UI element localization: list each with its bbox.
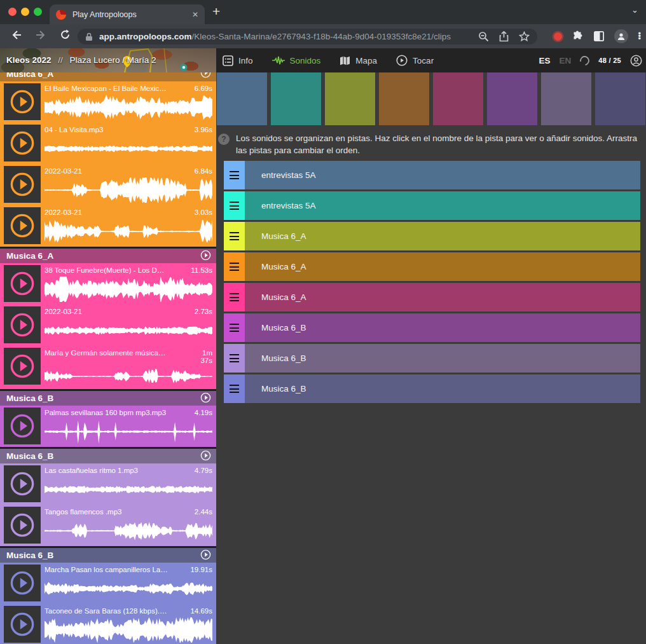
new-tab-button[interactable]: +: [212, 4, 220, 19]
track-row[interactable]: Musica 6_A: [224, 252, 640, 281]
tab-mapa[interactable]: Mapa: [340, 56, 377, 65]
track-label[interactable]: Musica 6_A: [261, 292, 306, 302]
track-label[interactable]: entrevistas 5A: [261, 170, 316, 180]
profile-avatar[interactable]: [614, 29, 628, 43]
side-panel-icon[interactable]: [593, 31, 605, 42]
track-row[interactable]: entrevistas 5A: [224, 191, 640, 220]
track-label[interactable]: Musica 6_B: [261, 384, 306, 394]
clip-play-button[interactable]: [4, 606, 41, 643]
track-section-header[interactable]: Musica 6_A: [0, 249, 216, 263]
tab-sonidos[interactable]: Sonidos: [272, 56, 321, 65]
clip-play-button[interactable]: [4, 306, 41, 343]
clip-play-button[interactable]: [4, 565, 41, 601]
play-icon: [200, 72, 211, 78]
reload-icon[interactable]: [57, 29, 72, 43]
load-counter: 48 / 25: [598, 57, 621, 64]
clip-play-button[interactable]: [4, 465, 41, 502]
share-icon[interactable]: [499, 31, 509, 42]
track-row[interactable]: Musica 6_B: [224, 344, 640, 373]
browser-toolbar: app.antropoloops.com/Kleos-Santa-Marina/…: [0, 24, 646, 48]
track-label[interactable]: Musica 6_B: [261, 353, 306, 363]
clip-play-button[interactable]: [4, 166, 41, 203]
audio-clip[interactable]: El Baile Mexicapan - El Baile Mexicapan.…: [0, 81, 216, 123]
audio-clip[interactable]: 04 - La Visita.mp33.96s: [0, 123, 216, 164]
lang-es-button[interactable]: ES: [539, 56, 550, 65]
tab-close-icon[interactable]: ✕: [192, 10, 198, 19]
maximize-window-button[interactable]: [34, 8, 42, 16]
tab-info[interactable]: Info: [223, 55, 253, 66]
track-section-header[interactable]: Musica 6_B: [0, 449, 216, 463]
section-clips: Las castañuelas ritmo 1.mp34.79sTangos f…: [0, 463, 216, 546]
audio-clip[interactable]: María y Germán solamente música(maría 2.…: [0, 346, 216, 389]
track-row[interactable]: Musica 6_B: [224, 374, 640, 403]
clip-play-button[interactable]: [4, 265, 41, 302]
waveform: [45, 177, 212, 203]
browser-tab[interactable]: Play Antropoloops ✕: [50, 4, 205, 24]
clip-play-button[interactable]: [4, 348, 41, 385]
tab-tocar[interactable]: Tocar: [396, 55, 434, 66]
browser-menu-icon[interactable]: •••: [638, 32, 641, 40]
extensions-puzzle-icon[interactable]: [572, 31, 584, 43]
drag-handle[interactable]: [224, 313, 245, 342]
play-icon: [200, 392, 211, 403]
audio-clip[interactable]: 2022-03-213.03s: [0, 205, 216, 247]
track-color-squares: [217, 72, 645, 125]
browser-tab-strip: Play Antropoloops ✕ + ⌄: [0, 0, 646, 24]
back-icon[interactable]: [9, 30, 24, 43]
audio-clip[interactable]: Taconeo de Sara Baras (128 kbps).mp314.6…: [0, 604, 216, 644]
drag-handle[interactable]: [224, 222, 245, 250]
drag-handle[interactable]: [224, 252, 245, 281]
waveform: [45, 617, 212, 643]
track-row[interactable]: Musica 6_B: [224, 313, 640, 342]
clip-play-button[interactable]: [4, 125, 41, 161]
audio-clip[interactable]: Tangos flamencos .mp32.44s: [0, 505, 216, 546]
audio-clip[interactable]: 38 Toque Funebre(Muerte) - Los Doce Par.…: [0, 263, 216, 305]
bookmark-star-icon[interactable]: [519, 31, 530, 42]
track-row[interactable]: Musica 6_A: [224, 222, 640, 250]
audio-clip[interactable]: 2022-03-216.84s: [0, 164, 216, 205]
lang-en-button[interactable]: EN: [559, 56, 571, 65]
tab-search-chevron-icon[interactable]: ⌄: [631, 5, 638, 15]
url-domain: app.antropoloops.com: [99, 32, 192, 41]
audio-clip[interactable]: Palmas sevillanas 160 bpm mp3.mp34.19s: [0, 406, 216, 447]
section-title: Musica 6_B: [6, 394, 53, 403]
track-label[interactable]: Musica 6_A: [261, 231, 306, 241]
drag-handle[interactable]: [224, 344, 245, 373]
sound-wave-icon: [272, 56, 285, 65]
hamburger-icon: [230, 354, 239, 363]
track-row[interactable]: Musica 6_A: [224, 283, 640, 312]
help-icon[interactable]: ?: [218, 134, 230, 145]
close-window-button[interactable]: [8, 8, 17, 16]
audio-clip[interactable]: 2022-03-212.73s: [0, 305, 216, 346]
help-block: ? Los sonidos se organizan en pistas. Ha…: [218, 132, 641, 156]
drag-handle[interactable]: [224, 191, 245, 220]
minimize-window-button[interactable]: [21, 8, 29, 16]
track-label[interactable]: entrevistas 5A: [261, 201, 316, 210]
account-icon[interactable]: [630, 55, 642, 67]
clip-play-button[interactable]: [4, 507, 41, 544]
track-section-header[interactable]: Musica 6_B: [0, 391, 216, 406]
clip-play-button[interactable]: [4, 83, 41, 120]
waveform: [45, 136, 212, 161]
audio-clip[interactable]: Las castañuelas ritmo 1.mp34.79s: [0, 463, 216, 505]
drag-handle[interactable]: [224, 161, 245, 189]
track-label[interactable]: Musica 6_B: [261, 323, 306, 332]
address-bar[interactable]: app.antropoloops.com/Kleos-Santa-Marina/…: [78, 29, 537, 45]
drag-handle[interactable]: [224, 283, 245, 312]
clip-play-button[interactable]: [4, 408, 41, 444]
clip-play-button[interactable]: [4, 207, 41, 244]
breadcrumb-project[interactable]: Kleos 2022: [6, 55, 52, 65]
play-icon: [10, 570, 35, 596]
zoom-icon[interactable]: [478, 31, 489, 42]
forward-icon[interactable]: [33, 30, 48, 43]
track-color-square: [271, 72, 321, 125]
section-clips: El Baile Mexicapan - El Baile Mexicapan.…: [0, 81, 216, 247]
recording-extension-icon[interactable]: [554, 32, 562, 41]
track-section-header[interactable]: Musica 6_A: [0, 72, 216, 81]
clip-duration: 1m 37s: [193, 349, 212, 364]
track-section-header[interactable]: Musica 6_B: [0, 548, 216, 563]
drag-handle[interactable]: [224, 374, 245, 403]
track-label[interactable]: Musica 6_A: [261, 262, 306, 271]
audio-clip[interactable]: Marcha Pasan los campanilleros Las Mejor…: [0, 563, 216, 604]
track-row[interactable]: entrevistas 5A: [224, 161, 640, 189]
